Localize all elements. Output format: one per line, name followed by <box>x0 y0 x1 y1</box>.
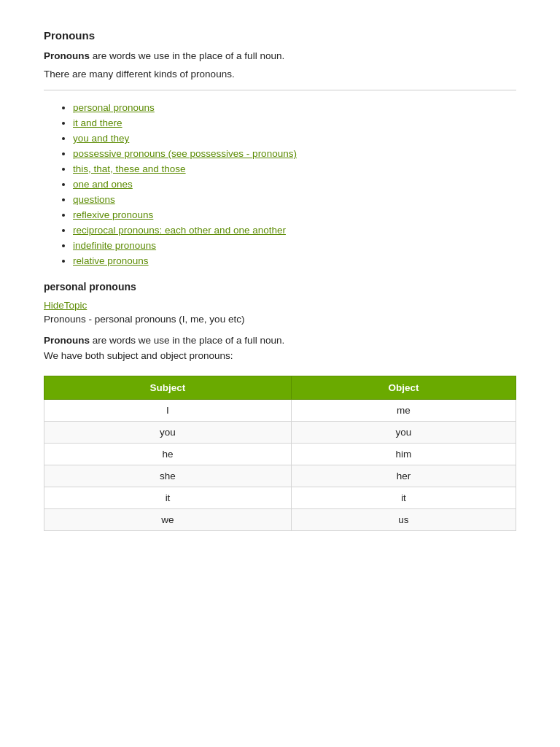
table-cell-subject: you <box>44 422 292 444</box>
list-item: personal pronouns <box>73 102 516 113</box>
sub-start: We have both <box>44 350 107 361</box>
list-item: it and there <box>73 117 516 128</box>
table-cell-object: you <box>292 422 516 444</box>
list-item: possessive pronouns (see possessives - p… <box>73 148 516 159</box>
table-cell-object: me <box>292 400 516 422</box>
pronouns-bold-word: Pronouns <box>44 335 90 346</box>
table-row: itit <box>44 487 516 509</box>
sub-end: pronouns: <box>187 350 233 361</box>
page-title: Pronouns <box>44 29 516 42</box>
table-cell-subject: I <box>44 400 292 422</box>
table-header-object: Object <box>292 376 516 400</box>
list-item: this, that, these and those <box>73 163 516 174</box>
bullet-list: personal pronounsit and thereyou and the… <box>44 102 516 266</box>
list-item-link[interactable]: reflexive pronouns <box>73 209 153 220</box>
table-row: weus <box>44 509 516 531</box>
list-item: relative pronouns <box>73 255 516 266</box>
hide-topic-link[interactable]: HideTopic <box>44 300 516 311</box>
list-item-link[interactable]: indefinite pronouns <box>73 240 156 251</box>
pronouns-rest: are words we use in the place of a full … <box>90 335 284 346</box>
second-paragraph: There are many different kinds of pronou… <box>44 69 516 80</box>
table-cell-object: it <box>292 487 516 509</box>
table-row: Ime <box>44 400 516 422</box>
list-item: one and ones <box>73 179 516 190</box>
divider <box>44 90 516 90</box>
list-item-link[interactable]: relative pronouns <box>73 255 149 266</box>
list-item-link[interactable]: reciprocal pronouns: each other and one … <box>73 225 286 236</box>
table-row: youyou <box>44 422 516 444</box>
table-cell-subject: he <box>44 444 292 465</box>
list-item-link[interactable]: this, that, these and those <box>73 163 186 174</box>
list-item: questions <box>73 194 516 205</box>
list-item-link[interactable]: possessive pronouns (see possessives - p… <box>73 148 297 159</box>
intro-bold-word: Pronouns <box>44 50 90 61</box>
pronouns-paragraph: Pronouns are words we use in the place o… <box>44 335 516 346</box>
object-bold: object <box>160 350 187 361</box>
table-row: sheher <box>44 465 516 487</box>
section-title: personal pronouns <box>44 281 516 293</box>
list-item-link[interactable]: you and they <box>73 133 129 144</box>
list-item: reciprocal pronouns: each other and one … <box>73 225 516 236</box>
subject-bold: subject <box>107 350 139 361</box>
pronouns-table: Subject Object Imeyouyouhehimsheherititw… <box>44 376 516 531</box>
topic-description: Pronouns - personal pronouns (I, me, you… <box>44 314 516 325</box>
table-header-subject: Subject <box>44 376 292 400</box>
table-cell-subject: it <box>44 487 292 509</box>
list-item: you and they <box>73 133 516 144</box>
list-item: reflexive pronouns <box>73 209 516 220</box>
table-cell-subject: we <box>44 509 292 531</box>
table-cell-object: him <box>292 444 516 465</box>
intro-rest: are words we use in the place of a full … <box>90 50 284 61</box>
list-item-link[interactable]: questions <box>73 194 115 205</box>
list-item-link[interactable]: it and there <box>73 117 122 128</box>
list-item: indefinite pronouns <box>73 240 516 251</box>
sub-middle: and <box>139 350 160 361</box>
pronouns-sub-paragraph: We have both subject and object pronouns… <box>44 350 516 361</box>
list-item-link[interactable]: personal pronouns <box>73 102 155 113</box>
table-cell-subject: she <box>44 465 292 487</box>
table-cell-object: us <box>292 509 516 531</box>
table-cell-object: her <box>292 465 516 487</box>
intro-paragraph: Pronouns are words we use in the place o… <box>44 50 516 61</box>
list-item-link[interactable]: one and ones <box>73 179 133 190</box>
table-row: hehim <box>44 444 516 465</box>
